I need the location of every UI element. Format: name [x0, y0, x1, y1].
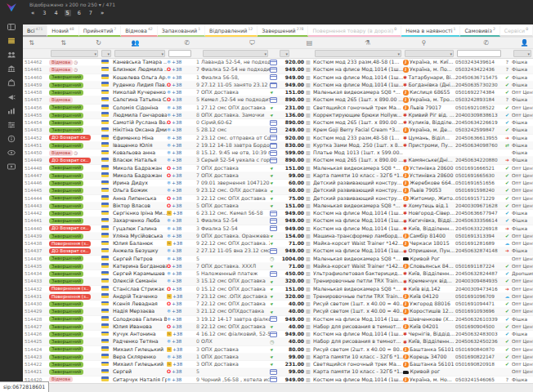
table-row[interactable]: 514440ДО Возврат ск..Гуцалюк Галина❄+383… [23, 225, 533, 233]
pager-first-button[interactable]: « [29, 10, 36, 16]
table-row[interactable]: 514458ЗавершенийНиколай Кучеренко❄+387ОП… [23, 89, 533, 96]
ttn-number[interactable]: 20450632824487 [455, 270, 503, 277]
table-row[interactable]: 514447ЗавершенийМикола БадражанO+387ОПХ … [23, 172, 533, 180]
ttn-number[interactable]: 20450632483003 [455, 331, 503, 337]
ttn-number[interactable]: 20450632450236 [455, 338, 503, 345]
ttn-number[interactable]: 0501690820918 [455, 361, 503, 368]
ttn-number[interactable]: 0501691666521 [455, 165, 503, 172]
table-row[interactable]: 514453ЗавершенийНікітіна Оксана Дми...❄+… [23, 127, 533, 134]
table-row[interactable]: 514459ЗавершенийРуденко Лидия Пав...O+38… [23, 82, 533, 89]
ttn-number[interactable]: 0501691093696 [455, 308, 503, 314]
product-filter-select[interactable] [315, 50, 401, 57]
ttn-number[interactable]: 0503241546065 [455, 376, 503, 383]
city-filter-select[interactable] [405, 50, 454, 57]
phone-filter-input[interactable] [168, 50, 191, 57]
sidebar-item-marketing[interactable] [6, 91, 17, 102]
ttn-number[interactable]: 20450636677947 [455, 210, 503, 216]
sidebar-item-video[interactable] [6, 162, 17, 172]
sidebar-item-info[interactable] [6, 134, 17, 145]
ttn-number[interactable]: 20450632610339 [455, 316, 503, 323]
pager-last-button[interactable]: » [99, 10, 105, 16]
ttn-number[interactable]: 0501692108522 [455, 105, 503, 111]
table-row[interactable]: 514439ЗавершенийУляна Мусійовська❄+389ОП… [23, 233, 533, 240]
comment-icon[interactable]: 🗩 [248, 38, 257, 47]
table-row[interactable]: 514449ДО Возврат ск..Власюк Наталья❄+383… [23, 157, 533, 164]
sidebar-item-store[interactable] [6, 64, 17, 74]
ttn-phone-icon[interactable]: ✆ [481, 38, 490, 47]
table-row[interactable]: 514461Відмова◷Близнюк Людмила ...O+387Фи… [23, 66, 533, 74]
ttn-number[interactable]: 20400309838613 [455, 112, 503, 118]
table-row[interactable]: 514423ЗавершенийВера Скляренко❄+381ОПХ д… [23, 354, 533, 361]
table-row[interactable]: 514455ЗавершенийЛюдмила Гончарова❄+388ОП… [23, 112, 533, 119]
table-row[interactable]: 514426ЗавершенийКучук Антонинаlc+38416.1… [23, 331, 533, 338]
table-row[interactable]: 514442ЗавершенийСергієнко Іріна Ми...lc+… [23, 210, 533, 217]
table-row[interactable]: 514437ДО Возврат ск..Анжела Безушку❄+382… [23, 247, 533, 255]
call-status-icon[interactable]: ↻ [94, 38, 103, 47]
table-row[interactable]: 514430ЗавершенийКсенія ЛеваднаяO+38722.1… [23, 301, 533, 308]
ttn-number[interactable]: 0501691598240 [455, 187, 503, 194]
ttn-number[interactable]: 0501691313394 [455, 233, 503, 239]
ttn-number[interactable]: 0501691651656 [455, 180, 503, 186]
ttn-number[interactable]: 20450636715475 [455, 74, 503, 81]
sort-id-icon[interactable]: ⇅ [27, 38, 36, 47]
table-row[interactable]: 514427ЗавершенийЮлия ИвановаO+38822.12 с… [23, 323, 533, 331]
table-row[interactable]: 514441ЗавершенийЗахарченко Люба❄+381Фиал… [23, 217, 533, 225]
table-row[interactable]: 514462Відмова◷Каневська Тамара ...❄+381Л… [23, 59, 533, 66]
tab-Прийнятий[interactable]: Прийнятий7 [79, 24, 122, 38]
page-button[interactable]: 4 [52, 10, 59, 16]
ttn-number[interactable]: 0501691665630 [455, 172, 503, 179]
client-icon[interactable]: 👤 [520, 38, 529, 47]
ttn-number[interactable]: 20400309473416 [455, 286, 503, 292]
ttn-number[interactable]: 0501690904500 [455, 323, 503, 330]
table-row[interactable]: 514421ЗавершенийСергейO+38599.00▥Карта п… [23, 368, 533, 376]
table-row[interactable]: 514450Відмова◷Ковальова анна❄+38815.12. … [23, 149, 533, 157]
table-row[interactable]: 514436ЗавершенийСергей Петров❄+385◷1004.… [23, 256, 533, 263]
ttn-number[interactable]: 0501691096709 [455, 293, 503, 300]
ttn-number[interactable]: 0501691571229 [455, 195, 503, 202]
table-row[interactable]: 514443ЗавершенийВіктор ВласовO+385ОПХ до… [23, 203, 533, 210]
table-row[interactable]: 514438Повернення (з..Юлия Баланюкlc+3892… [23, 240, 533, 247]
table-row[interactable]: 514424ЗавершенийМихаил Гилецькийlc+383ОП… [23, 346, 533, 354]
country-filter-select[interactable] [101, 50, 111, 57]
table-row[interactable]: 514460ЗавершенийКошелева Ольга Ар...❄+38… [23, 74, 533, 82]
tab-Сервіси[interactable]: Сервіси0 [500, 24, 533, 38]
sidebar-item-cart[interactable] [6, 78, 17, 88]
table-row[interactable]: 514425ЗавершенийРадченко Тетяна❄+380ОЛХ◷… [23, 338, 533, 345]
table-row[interactable]: 514445ЗавершенийОльга Божик❄+38923.12 см… [23, 187, 533, 194]
table-row[interactable]: 514456ЗавершенийСоломія Сідоніна❄+38127.… [23, 105, 533, 112]
phone-icon[interactable]: ✆ [182, 38, 191, 47]
table-row[interactable]: 514433ЗавершенийОлексій Семанін❄+38315.1… [23, 278, 533, 285]
ttn-number[interactable]: 20450634226619 [455, 119, 503, 126]
ttn-number[interactable]: 20400309671628 [455, 203, 503, 209]
page-button[interactable]: 3 [41, 10, 47, 16]
table-row[interactable]: 514429ЗавершенийНадія Мерзаєва❄+38321.12… [23, 308, 533, 315]
sidebar-item-orders[interactable] [6, 35, 17, 46]
table-row[interactable]: 514444ЗавершенийАнна ЛипенськаO+38322.12… [23, 195, 533, 203]
location-icon[interactable]: ⚲ [419, 38, 428, 47]
customers-icon[interactable]: 👥 [131, 38, 140, 47]
ttn-number[interactable]: 0501690822147 [455, 354, 503, 360]
ttn-number[interactable]: 20450634220880 [455, 157, 503, 163]
tab-Нема в наявності[interactable]: Нема в наявності1 [401, 24, 460, 38]
ttn-number[interactable]: 20450633226918 [455, 225, 503, 232]
ttn-number[interactable]: 0501690840870 [455, 346, 503, 353]
tab-Відправлений[interactable]: Відправлений12 [205, 24, 258, 38]
tab-Всі[interactable]: Всі471 [23, 24, 47, 38]
table-row[interactable]: 514431Повернення (з..Андрій Ткаченкоlc+3… [23, 293, 533, 301]
status-filter-select[interactable] [51, 50, 98, 57]
tab-Новий[interactable]: Новий48 [47, 24, 78, 38]
table-row[interactable]: 514451ЗавершенийІващенко Юлія❄+38219.12 … [23, 142, 533, 149]
table-row[interactable]: 514434ЗавершенийСергей Карамышев❄+385Нал… [23, 270, 533, 278]
sidebar-item-settings[interactable] [6, 119, 17, 130]
page-button[interactable]: 6 [76, 10, 83, 16]
table-row[interactable]: 514452ДО Возврат ск..Єфименко Ніна❄+3822… [23, 135, 533, 142]
ttn-number[interactable]: 20450636613955 [455, 135, 503, 141]
ttn-number[interactable]: 0503243422436 [455, 66, 503, 73]
ttn-number[interactable]: 0501691187224 [455, 263, 503, 270]
product-icon[interactable]: ⚗ [363, 38, 372, 47]
ttn-number[interactable]: 0503243439614 [455, 59, 503, 65]
comment-filter-select[interactable] [203, 50, 268, 57]
ttn-number[interactable]: 20450634098760 [455, 142, 503, 149]
ttn-number[interactable]: 0501692274384 [455, 89, 503, 96]
table-row[interactable]: 514457ВідмоваСалєгина Татьяна С...O+385К… [23, 96, 533, 104]
